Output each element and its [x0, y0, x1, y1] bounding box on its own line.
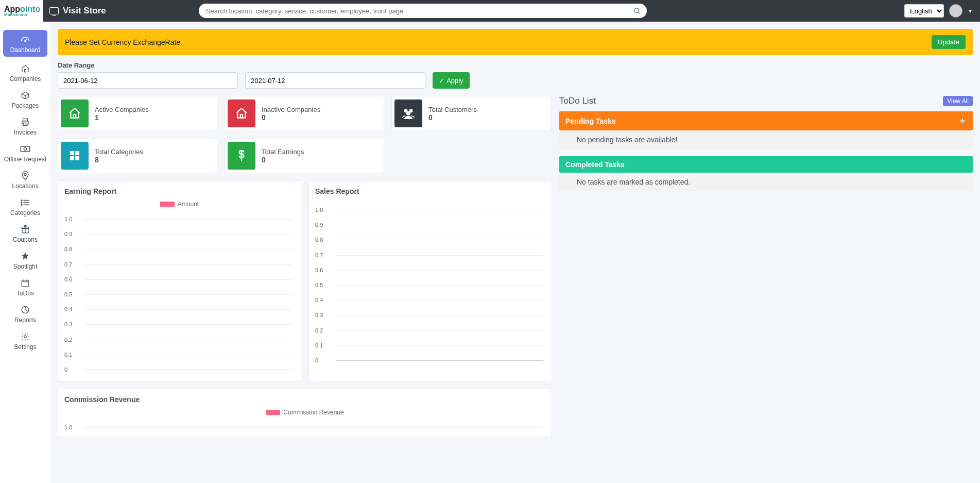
pie-icon: [21, 304, 30, 315]
date-from-input[interactable]: [58, 72, 238, 89]
cash-icon: [20, 143, 31, 155]
topbar: Appointo Multivendor Visit Store English…: [0, 0, 980, 22]
commission-revenue-title: Commission Revenue: [64, 395, 545, 404]
date-range-label: Date Range: [58, 61, 973, 69]
grid-icon: [61, 142, 89, 170]
svg-rect-31: [70, 151, 74, 155]
y-tick: 0.9: [64, 231, 72, 237]
y-tick: 0.1: [315, 342, 323, 348]
y-tick: 0.2: [315, 327, 323, 334]
sidebar-item-invoices[interactable]: Invoices: [0, 112, 50, 139]
sidebar-item-reports[interactable]: Reports: [0, 300, 50, 327]
sidebar-item-companies[interactable]: Companies: [0, 59, 50, 86]
home-icon: [228, 99, 255, 127]
avatar[interactable]: [949, 4, 962, 18]
y-tick: 0.6: [64, 276, 72, 282]
apply-button[interactable]: ✓ Apply: [433, 72, 470, 89]
check-icon: ✓: [439, 77, 444, 85]
sidebar-label: Companies: [10, 75, 41, 82]
visit-store-link[interactable]: Visit Store: [49, 6, 106, 16]
plus-icon[interactable]: ＋: [958, 115, 967, 126]
sidebar-item-settings[interactable]: Settings: [0, 327, 50, 354]
svg-point-16: [21, 205, 22, 206]
sidebar-item-offline-request[interactable]: Offline Request: [0, 139, 50, 166]
sidebar-label: Dashboard: [10, 46, 41, 54]
pin-icon: [20, 170, 30, 181]
stat-value: 8: [95, 156, 143, 164]
sidebar-label: Offline Request: [4, 156, 47, 163]
stat-value: 1: [95, 113, 149, 122]
chevron-down-icon[interactable]: ▼: [968, 8, 973, 14]
svg-rect-32: [75, 151, 79, 155]
logo[interactable]: Appointo Multivendor: [0, 0, 43, 22]
y-tick: 0.2: [64, 337, 72, 343]
sales-chart: 00.10.20.30.40.50.60.70.80.91.0: [315, 201, 545, 365]
stat-label: Total Earnings: [262, 148, 304, 156]
svg-point-9: [24, 147, 26, 150]
svg-point-0: [634, 8, 639, 13]
pending-tasks-header: Pending Tasks ＋: [559, 111, 973, 130]
sidebar-label: Locations: [12, 182, 38, 190]
earning-report-card: Earning Report Amount 00.10.20.30.40.50.…: [58, 180, 301, 381]
y-tick: 0.5: [315, 282, 323, 288]
sidebar-label: Settings: [14, 343, 36, 351]
building-icon: [20, 63, 30, 74]
earning-legend-label: Amount: [178, 201, 199, 208]
completed-tasks-title: Completed Tasks: [565, 160, 625, 169]
stat-label: Total Categories: [95, 148, 143, 156]
svg-rect-27: [240, 114, 243, 118]
search-input[interactable]: [199, 4, 647, 18]
gear-icon: [21, 331, 30, 342]
legend-swatch-icon: [160, 202, 175, 207]
y-tick: 1.0: [64, 424, 72, 430]
sidebar-item-coupons[interactable]: Coupons: [0, 220, 50, 246]
stat-inactive-companies: Inactive Companies0: [225, 96, 384, 131]
commission-revenue-card: Commission Revenue Commission Revenue 1.…: [58, 389, 552, 437]
y-tick: 1.0: [64, 216, 72, 222]
language-select[interactable]: English: [904, 4, 944, 18]
svg-point-25: [24, 336, 27, 338]
view-all-button[interactable]: View All: [943, 96, 973, 106]
gift-icon: [20, 224, 30, 235]
y-tick: 0.8: [315, 237, 323, 243]
svg-rect-33: [70, 156, 74, 160]
sidebar-label: Coupons: [13, 236, 38, 243]
y-tick: 0.4: [64, 306, 72, 312]
home-icon: [61, 99, 89, 127]
list-icon: [21, 197, 30, 208]
sidebar-item-locations[interactable]: Locations: [0, 166, 50, 193]
sidebar-label: Reports: [14, 317, 36, 324]
completed-tasks-header: Completed Tasks: [559, 156, 973, 173]
date-to-input[interactable]: [245, 72, 425, 89]
sidebar-item-spotlight[interactable]: Spotlight: [0, 246, 50, 273]
y-tick: 0.8: [64, 246, 72, 252]
print-icon: [20, 116, 30, 128]
sidebar-item-categories[interactable]: Categories: [0, 193, 50, 220]
y-tick: 0.3: [315, 312, 323, 318]
y-tick: 0.4: [315, 297, 323, 303]
sidebar-item-packages[interactable]: Packages: [0, 86, 50, 112]
search-icon[interactable]: [633, 7, 641, 14]
sidebar-label: Packages: [12, 102, 39, 109]
stat-total-categories: Total Categories8: [58, 138, 217, 173]
sales-report-title: Sales Report: [315, 187, 545, 195]
sidebar-item-todos[interactable]: ToDos: [0, 273, 50, 300]
svg-rect-26: [74, 114, 76, 118]
sidebar-item-dashboard[interactable]: Dashboard: [3, 30, 47, 57]
svg-point-14: [21, 200, 22, 201]
sales-report-card: Sales Report 00.10.20.30.40.50.60.70.80.…: [308, 180, 552, 381]
sidebar: DashboardCompaniesPackagesInvoicesOfflin…: [0, 22, 50, 452]
stat-label: Active Companies: [95, 106, 149, 113]
y-tick: 1.0: [315, 207, 323, 213]
todo-title: ToDo List: [559, 96, 596, 106]
calendar-icon: [21, 277, 30, 289]
y-tick: 0.6: [315, 267, 323, 273]
update-button[interactable]: Update: [932, 35, 966, 49]
stat-active-companies: Active Companies1: [58, 96, 217, 131]
date-range-row: ✓ Apply: [58, 72, 973, 89]
box-icon: [20, 90, 30, 101]
commission-legend: Commission Revenue: [64, 409, 545, 416]
svg-point-10: [24, 173, 26, 175]
y-tick: 0.3: [64, 321, 72, 327]
stat-total-customers: Total Customers0: [391, 96, 551, 131]
